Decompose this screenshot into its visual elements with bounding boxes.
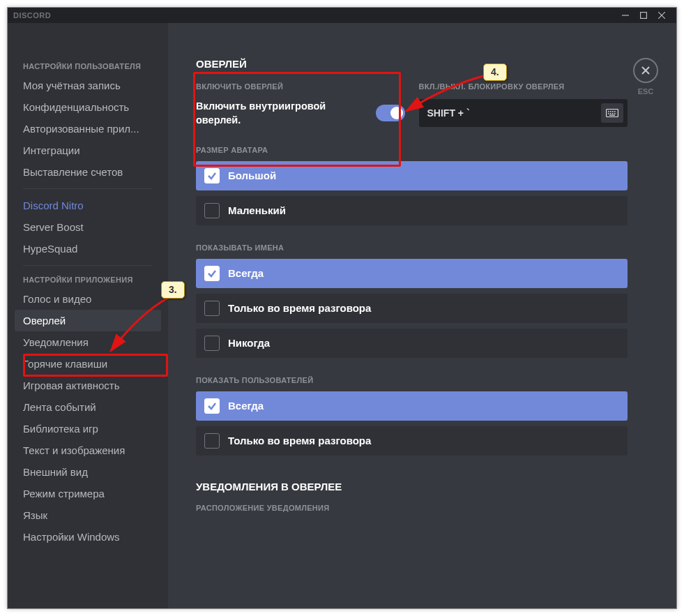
svg-rect-12 — [610, 113, 611, 114]
overlay-notifications-heading: УВЕДОМЛЕНИЯ В ОВЕРЛЕЕ — [196, 481, 628, 493]
keyboard-icon[interactable] — [601, 103, 623, 123]
sidebar-item-hypesquad[interactable]: HypeSquad — [15, 238, 161, 260]
names-option-speaking[interactable]: Только во время разговора — [196, 294, 628, 323]
avatar-size-label: РАЗМЕР АВАТАРА — [196, 146, 628, 154]
names-option-never[interactable]: Никогда — [196, 329, 628, 358]
sidebar-item-server-boost[interactable]: Server Boost — [15, 216, 161, 238]
checkbox-icon — [204, 301, 220, 316]
close-icon[interactable] — [633, 58, 658, 83]
app-name: DISCORD — [13, 11, 51, 20]
window-close-button[interactable] — [653, 8, 671, 23]
show-users-label: ПОКАЗАТЬ ПОЛЬЗОВАТЕЛЕЙ — [196, 376, 628, 384]
checkbox-icon — [204, 203, 220, 218]
svg-rect-8 — [610, 111, 611, 112]
settings-content: ESC ОВЕРЛЕЙ ВКЛЮЧИТЬ ОВЕРЛЕЙ Включить вн… — [168, 23, 676, 608]
checkbox-icon — [204, 398, 220, 414]
avatar-option-small[interactable]: Маленький — [196, 196, 628, 225]
sidebar-divider — [23, 188, 153, 189]
sidebar-item-notifications[interactable]: Уведомления — [15, 331, 161, 353]
enable-overlay-toggle[interactable] — [376, 105, 405, 121]
show-names-label: ПОКАЗЫВАТЬ ИМЕНА — [196, 243, 628, 252]
page-title: ОВЕРЛЕЙ — [196, 58, 628, 70]
sidebar-item-nitro[interactable]: Discord Nitro — [15, 195, 161, 216]
avatar-option-large[interactable]: Большой — [196, 161, 628, 190]
svg-rect-13 — [612, 113, 614, 114]
sidebar-item-privacy[interactable]: Конфиденциальность — [15, 96, 161, 118]
annotation-callout-4: 4. — [483, 63, 507, 81]
window-titlebar: DISCORD — [8, 8, 676, 23]
option-label: Только во время разговора — [228, 435, 371, 446]
svg-rect-1 — [641, 13, 647, 19]
enable-overlay-text: Включить внутриигровой оверлей. — [196, 99, 335, 128]
checkbox-icon — [204, 168, 220, 183]
sidebar-item-hotkeys[interactable]: Горячие клавиши — [15, 353, 161, 375]
checkbox-icon — [204, 336, 220, 351]
names-option-always[interactable]: Всегда — [196, 259, 628, 288]
sidebar-item-appearance[interactable]: Внешний вид — [15, 461, 161, 483]
sidebar-item-account[interactable]: Моя учётная запись — [15, 75, 161, 96]
sidebar-item-streamer-mode[interactable]: Режим стримера — [15, 483, 161, 504]
svg-rect-10 — [614, 111, 616, 112]
window-maximize-button[interactable] — [634, 8, 653, 23]
sidebar-divider — [23, 265, 153, 266]
sidebar-header-user: НАСТРОЙКИ ПОЛЬЗОВАТЕЛЯ — [15, 58, 161, 75]
settings-sidebar: НАСТРОЙКИ ПОЛЬЗОВАТЕЛЯ Моя учётная запис… — [8, 23, 168, 608]
sidebar-item-billing[interactable]: Выставление счетов — [15, 161, 161, 183]
option-label: Только во время разговора — [228, 302, 371, 314]
sidebar-item-voice-video[interactable]: Голос и видео — [15, 288, 161, 310]
overlay-lock-label: ВКЛ./ВЫКЛ. БЛОКИРОВКУ ОВЕРЛЕЯ — [419, 82, 628, 91]
option-label: Никогда — [228, 337, 270, 349]
close-settings[interactable]: ESC — [633, 58, 658, 96]
users-option-speaking[interactable]: Только во время разговора — [196, 426, 628, 456]
overlay-lock-hotkey[interactable]: SHIFT + ` — [419, 99, 628, 127]
sidebar-item-language[interactable]: Язык — [15, 504, 161, 526]
sidebar-item-game-library[interactable]: Библиотека игр — [15, 418, 161, 440]
users-option-always[interactable]: Всегда — [196, 391, 628, 421]
svg-rect-15 — [609, 115, 615, 116]
enable-overlay-label: ВКЛЮЧИТЬ ОВЕРЛЕЙ — [196, 82, 405, 91]
option-label: Большой — [228, 170, 276, 181]
svg-rect-9 — [612, 111, 614, 112]
checkbox-icon — [204, 433, 220, 449]
esc-label: ESC — [633, 87, 658, 96]
sidebar-item-integrations[interactable]: Интеграции — [15, 140, 161, 161]
sidebar-item-authorized-apps[interactable]: Авторизованные прил... — [15, 118, 161, 140]
sidebar-item-windows-settings[interactable]: Настройки Windows — [15, 526, 161, 548]
sidebar-item-overlay[interactable]: Оверлей — [15, 310, 161, 331]
hotkey-text: SHIFT + ` — [427, 107, 602, 119]
option-label: Маленький — [228, 204, 286, 216]
svg-rect-14 — [614, 113, 616, 114]
annotation-callout-3: 3. — [161, 281, 185, 299]
svg-rect-11 — [608, 113, 609, 114]
notification-position-label: РАСПОЛОЖЕНИЕ УВЕДОМЛЕНИЯ — [196, 504, 628, 512]
svg-rect-7 — [608, 111, 609, 112]
option-label: Всегда — [228, 400, 264, 412]
window-minimize-button[interactable] — [616, 8, 634, 23]
sidebar-header-app: НАСТРОЙКИ ПРИЛОЖЕНИЯ — [15, 271, 161, 288]
sidebar-item-game-activity[interactable]: Игровая активность — [15, 375, 161, 396]
checkbox-icon — [204, 266, 220, 281]
option-label: Всегда — [228, 267, 264, 279]
sidebar-item-text-images[interactable]: Текст и изображения — [15, 440, 161, 461]
sidebar-item-activity-feed[interactable]: Лента событий — [15, 396, 161, 418]
